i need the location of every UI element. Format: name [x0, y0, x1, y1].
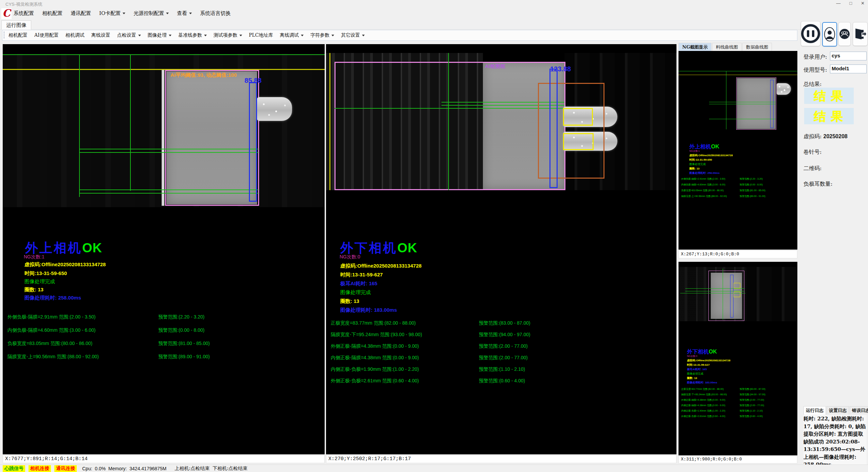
sidebar-tabs: NG截图显示 料线曲线图 数据曲线图	[679, 43, 772, 51]
green-guide-line	[685, 291, 745, 291]
virtual-code-text: 虚拟码:Offline20250208133134728	[340, 263, 421, 269]
exit-button[interactable]	[853, 22, 868, 46]
ai-box-label: AI检测框	[485, 63, 505, 70]
heartbeat-indicator: 心跳信号	[3, 465, 25, 472]
process-done-text: 图像处理完成	[687, 372, 703, 376]
tab-error-log[interactable]: 错误日志	[850, 406, 868, 415]
pink-detect-rect	[334, 62, 565, 190]
cursor-coords-lower: X:270;Y:2502;R:17;G:17;B:17	[326, 455, 676, 463]
measurement-row: 隔膜宽度-上=90.56mm 范围:(88.00 - 92.00)	[7, 354, 99, 360]
green-guide-line	[3, 54, 325, 55]
tool-offline-debug[interactable]: 离线调试	[280, 32, 304, 38]
tool-char-params[interactable]: 字符参数	[310, 32, 334, 38]
tool-ai-config[interactable]: AI使用配置	[34, 32, 59, 38]
ng-preview-upper[interactable]: 外上相机OK NG次数:1 虚拟码:Offline202502081331347…	[679, 51, 797, 250]
measurement-warn: 预警范围:(2.20 - 3.20)	[158, 314, 204, 320]
measurement-warn: 预警范围:(2.00 - 77.00)	[740, 398, 764, 402]
process-time-text: 图像处理耗时: 258.00ms	[689, 171, 720, 175]
pause-icon	[801, 24, 820, 43]
virtual-code-row: 虚拟码: 20250208	[803, 133, 848, 140]
measurement-row: 外侧负极-隔膜=2.91mm 范围:(2.00 - 3.50)	[7, 314, 95, 320]
measurement-warn: 预警范围:(94.00 - 97.00)	[740, 393, 765, 396]
tool-label: 字符参数	[310, 32, 329, 38]
exit-icon	[854, 28, 866, 40]
virtual-code-text: 虚拟码:Offline20250208133134728	[689, 153, 733, 157]
camera-name: 外下相机	[687, 349, 709, 355]
tab-data-curve[interactable]: 数据曲线图	[742, 43, 772, 51]
measurement-warn: 预警范围:(0.60 - 4.00)	[740, 415, 763, 418]
app-logo-icon: C	[1, 8, 12, 19]
tool-offline-settings[interactable]: 离线设置	[91, 32, 110, 38]
tab-line-curve[interactable]: 料线曲线图	[712, 43, 742, 51]
menu-light-control-config[interactable]: 光源控制配置	[133, 10, 169, 17]
tool-label: 基准线参数	[178, 32, 202, 38]
process-done-text: 图像处理完成	[340, 289, 371, 296]
secondary-toolbar: 相机配置 AI使用配置 相机调试 离线设置 点检设置 图像处理 基准线参数 测试…	[2, 30, 797, 41]
menu-camera-config[interactable]: 相机配置	[42, 10, 62, 17]
time-text: 时间:13-31-59-627	[340, 272, 383, 278]
measurement-row: 内侧正极-隔膜=4.38mm 范围:(0.00 - 9.00)	[331, 355, 419, 361]
menu-view[interactable]: 查看	[177, 10, 192, 17]
measurement-row: 内侧负极-隔膜=4.60mm 范围:(3.00 - 6.00)	[7, 327, 95, 333]
green-guide-line	[723, 269, 723, 320]
camera-view-upper[interactable]: AI平均阈值:93, 动态阈值:100 85.88 外上相机OK NG次数:1 …	[3, 44, 325, 454]
model-field[interactable]: Model1	[830, 65, 867, 73]
green-guide-line	[79, 189, 258, 190]
tool-camera-config[interactable]: 相机配置	[8, 32, 28, 38]
tool-label: PLC地址库	[249, 32, 273, 38]
pause-button[interactable]	[801, 21, 820, 46]
measurement-row: 外侧正极-负极=2.61mm 范围:(0.60 - 4.00)	[681, 415, 725, 418]
title-bar: CYS-视觉检测系统 — □ ✕	[0, 0, 868, 7]
tab-run-image[interactable]: 运行图像	[1, 20, 31, 30]
yellow-detect-rect	[734, 292, 740, 297]
menu-items: 系统配置 相机配置 通讯配置 IO卡配置 光源控制配置 查看 系统语言切换	[14, 10, 231, 17]
process-time-text: 图像处理耗时: 258.00ms	[24, 295, 81, 301]
measurement-warn: 预警范围:(89.00 - 91.00)	[158, 354, 210, 360]
tool-spot-check[interactable]: 点检设置	[117, 32, 141, 38]
result-ok-badge: OK	[711, 144, 719, 149]
ng-preview-upper-coords: X:267;Y:13;R:0;G:0;B:0	[679, 250, 797, 258]
menu-language-switch[interactable]: 系统语言切换	[200, 10, 231, 17]
tool-camera-debug[interactable]: 相机调试	[66, 32, 85, 38]
menu-system-config[interactable]: 系统配置	[14, 10, 34, 17]
menu-bar: C 系统配置 相机配置 通讯配置 IO卡配置 光源控制配置 查看 系统语言切换	[0, 7, 868, 20]
close-icon[interactable]: ✕	[861, 1, 865, 6]
menu-label: 系统语言切换	[200, 10, 231, 17]
ng-preview-lower[interactable]: 外下相机OK NG次数:0 虚拟码:Offline202502081331347…	[679, 262, 797, 455]
menu-label: 光源控制配置	[133, 10, 164, 17]
measurement-warn: 预警范围:(1.10 - 2.10)	[740, 409, 763, 413]
tool-other-settings[interactable]: 其它设置	[341, 32, 365, 38]
camera-view-lower[interactable]: AI检测框 123.88 外下相机OK NG次数:0 虚拟码:Offline20…	[326, 44, 676, 454]
toolbar-grip[interactable]	[4, 32, 6, 38]
threshold-overlay-text: AI平均阈值:93, 动态阈值:100	[170, 72, 237, 78]
green-guide-line	[709, 104, 776, 104]
tab-settings-log[interactable]: 设置日志	[827, 406, 849, 415]
chevron-down-icon	[239, 35, 242, 36]
menu-io-card-config[interactable]: IO卡配置	[99, 10, 125, 17]
virtual-code-text: 虚拟码:Offline20250208133134728	[687, 359, 730, 362]
login-user-field[interactable]: cys	[830, 52, 867, 60]
measurement-row: 隔膜宽度-上=90.56mm 范围:(88.00 - 92.00)	[681, 195, 727, 198]
blue-measure-rect	[549, 69, 558, 188]
metal-tab-image	[257, 97, 292, 121]
users-button[interactable]	[838, 22, 851, 46]
user-button[interactable]	[822, 22, 837, 47]
green-guide-line	[679, 71, 797, 71]
turns-text: 圈数: 13	[689, 167, 700, 170]
minimize-icon[interactable]: —	[836, 1, 840, 6]
yellow-guide-line	[679, 75, 797, 75]
tool-image-process[interactable]: 图像处理	[148, 32, 171, 38]
green-guide-line	[709, 119, 776, 119]
tab-run-log[interactable]: 运行日志	[803, 406, 826, 415]
measurement-warn: 预警范围:(2.00 - 77.00)	[740, 404, 764, 407]
tab-ng-screenshot[interactable]: NG截图显示	[679, 43, 711, 51]
menu-comm-config[interactable]: 通讯配置	[71, 10, 91, 17]
tool-test-params[interactable]: 测试项参数	[214, 32, 242, 38]
tool-label: 其它设置	[341, 32, 360, 38]
measurement-row: 正极宽度=83.77mm 范围:(82.00 - 88.00)	[681, 387, 724, 391]
maximize-icon[interactable]: □	[849, 1, 852, 6]
process-time-text: 图像处理耗时: 183.00ms	[340, 307, 397, 313]
tool-plc-address[interactable]: PLC地址库	[249, 32, 273, 38]
tool-baseline-params[interactable]: 基准线参数	[178, 32, 207, 38]
measurement-row: 隔膜宽度-下=95.24mm 范围:(93.00 - 98.00)	[681, 393, 727, 396]
